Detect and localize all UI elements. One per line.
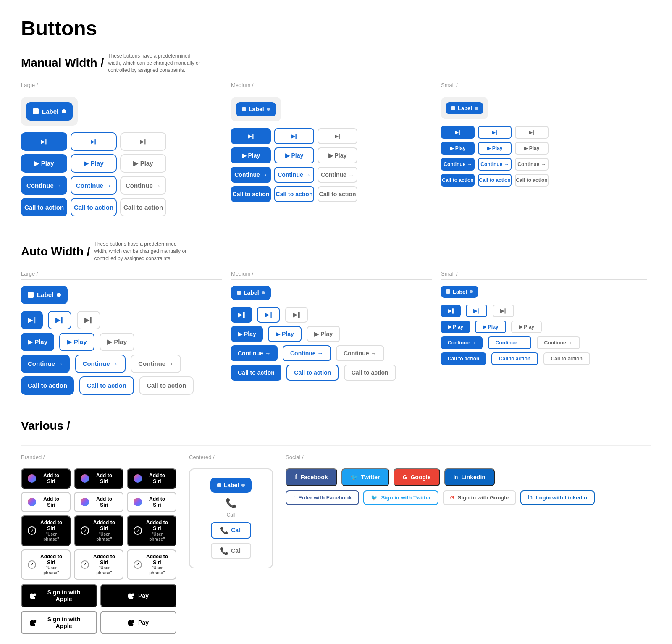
btn-linkedin-dark[interactable]: in Linkedin [444,468,495,486]
auto-btn-cta-ghost-md[interactable]: Call to action [344,365,396,381]
btn-cta-ghost-sm[interactable]: Call to action [515,174,549,187]
btn-cta-primary-lg[interactable]: Call to action [21,198,67,216]
auto-btn-continue-primary-lg[interactable]: Continue → [21,355,70,373]
auto-label-btn-sm[interactable]: Label [441,286,478,298]
centered-call-ghost[interactable]: 📞 Call [211,543,251,559]
btn-play-primary-lg[interactable]: ▶ Play [21,154,67,173]
auto-btn-pb-outline-md[interactable]: ▶∥ [257,307,280,323]
auto-btn-play-ghost-md[interactable]: ▶ Play [307,326,340,342]
auto-btn-play-outline-lg[interactable]: ▶ Play [59,333,94,351]
sign-in-apple-dark[interactable]: Sign in with Apple [21,584,97,607]
auto-btn-cta-ghost-sm[interactable]: Call to action [543,352,590,365]
auto-btn-play-primary-sm[interactable]: ▶ Play [441,321,470,333]
auto-btn-cta-primary-sm[interactable]: Call to action [441,352,486,365]
btn-continue-primary-md[interactable]: Continue → [231,167,271,183]
btn-playback-outline-sm[interactable]: ▶∥ [478,126,512,139]
centered-call-outline[interactable]: 📞 Call [211,522,251,539]
auto-btn-pb-outline-lg[interactable]: ▶∥ [48,311,71,329]
btn-playback-ghost-lg[interactable]: ▶∥ [120,132,166,151]
auto-btn-play-ghost-sm[interactable]: ▶ Play [511,321,542,333]
auto-btn-pb-outline-sm[interactable]: ▶∥ [466,305,487,317]
auto-btn-play-ghost-lg[interactable]: ▶ Play [100,333,134,351]
auto-btn-pb-primary-md[interactable]: ▶∥ [231,307,252,323]
btn-continue-primary-sm[interactable]: Continue → [441,158,475,171]
auto-btn-continue-ghost-lg[interactable]: Continue → [131,355,181,373]
added-siri-white-1[interactable]: ✓ Added to Siri "User phrase" [21,549,71,580]
btn-facebook-outline[interactable]: f Enter with Facebook [286,490,359,505]
btn-cta-outline-sm[interactable]: Call to action [478,174,512,187]
btn-play-primary-sm[interactable]: ▶ Play [441,142,475,155]
btn-play-ghost-sm[interactable]: ▶ Play [515,142,549,155]
auto-btn-continue-outline-sm[interactable]: Continue → [488,336,531,349]
auto-btn-pb-ghost-md[interactable]: ▶∥ [285,307,308,323]
auto-btn-cta-outline-lg[interactable]: Call to action [79,376,134,395]
auto-btn-pb-primary-sm[interactable]: ▶∥ [441,305,461,317]
add-siri-dark-2[interactable]: Add to Siri [74,468,123,489]
auto-btn-cta-outline-md[interactable]: Call to action [286,365,339,381]
btn-cta-primary-md[interactable]: Call to action [231,186,271,202]
btn-play-primary-md[interactable]: ▶ Play [231,147,271,163]
auto-btn-cta-primary-md[interactable]: Call to action [231,365,281,381]
added-siri-white-3[interactable]: ✓ Added to Siri "User phrase" [127,549,176,580]
btn-twitter-outline[interactable]: 🐦 Sign in with Twitter [363,490,438,505]
auto-label-btn-lg[interactable]: Label [21,286,68,304]
auto-btn-continue-primary-sm[interactable]: Continue → [441,336,483,349]
btn-playback-outline-lg[interactable]: ▶∥ [71,132,117,151]
btn-cta-outline-md[interactable]: Call to action [274,186,314,202]
added-siri-dark-3[interactable]: ✓ Added to Siri "User phrase" [127,515,176,546]
added-siri-dark-1[interactable]: ✓ Added to Siri "User phrase" [21,515,71,546]
add-siri-white-2[interactable]: Add to Siri [74,492,123,512]
btn-play-outline-md[interactable]: ▶ Play [274,147,314,163]
btn-playback-primary-lg[interactable]: ▶∥ [21,132,67,151]
auto-btn-continue-ghost-sm[interactable]: Continue → [537,336,580,349]
btn-google-dark[interactable]: G Google [394,468,440,486]
btn-twitter-dark[interactable]: 🐦 Twitter [341,468,389,486]
add-siri-white-1[interactable]: Add to Siri [21,492,71,512]
btn-continue-outline-sm[interactable]: Continue → [478,158,512,171]
auto-btn-cta-outline-sm[interactable]: Call to action [491,352,538,365]
auto-btn-play-primary-lg[interactable]: ▶ Play [21,333,54,351]
sign-in-apple-white[interactable]: Sign in with Apple [21,611,97,634]
add-siri-white-3[interactable]: Add to Siri [127,492,176,512]
auto-btn-pb-ghost-lg[interactable]: ▶∥ [77,311,100,329]
auto-btn-continue-outline-lg[interactable]: Continue → [75,355,126,373]
auto-btn-continue-primary-md[interactable]: Continue → [231,345,278,361]
btn-play-ghost-md[interactable]: ▶ Play [318,147,357,163]
btn-continue-ghost-md[interactable]: Continue → [318,167,357,183]
btn-continue-ghost-lg[interactable]: Continue → [120,176,166,195]
btn-cta-primary-sm[interactable]: Call to action [441,174,475,187]
btn-cta-ghost-lg[interactable]: Call to action [120,198,166,216]
btn-play-ghost-lg[interactable]: ▶ Play [120,154,166,173]
btn-google-outline[interactable]: G Sign in with Google [443,490,516,505]
apple-pay-dark[interactable]: Pay [100,584,176,607]
btn-playback-ghost-sm[interactable]: ▶∥ [515,126,549,139]
btn-playback-primary-sm[interactable]: ▶∥ [441,126,475,139]
btn-playback-ghost-md[interactable]: ▶∥ [318,128,357,144]
auto-btn-play-primary-md[interactable]: ▶ Play [231,326,263,342]
btn-facebook-dark[interactable]: f Facebook [286,468,337,486]
centered-label-btn[interactable]: Label [210,478,252,493]
added-siri-white-2[interactable]: ✓ Added to Siri "User phrase" [74,549,123,580]
auto-btn-play-outline-md[interactable]: ▶ Play [268,326,302,342]
add-siri-dark-3[interactable]: Add to Siri [127,468,176,489]
btn-play-outline-sm[interactable]: ▶ Play [478,142,512,155]
auto-btn-pb-ghost-sm[interactable]: ▶∥ [493,305,514,317]
btn-playback-outline-md[interactable]: ▶∥ [274,128,314,144]
added-siri-dark-2[interactable]: ✓ Added to Siri "User phrase" [74,515,123,546]
auto-btn-pb-primary-lg[interactable]: ▶∥ [21,311,43,329]
btn-playback-primary-md[interactable]: ▶∥ [231,128,271,144]
label-btn-sm[interactable]: Label [446,102,483,114]
auto-label-btn-md[interactable]: Label [231,286,271,300]
add-siri-dark-1[interactable]: Add to Siri [21,468,71,489]
btn-continue-outline-lg[interactable]: Continue → [71,176,117,195]
btn-cta-outline-lg[interactable]: Call to action [71,198,117,216]
label-btn-lg[interactable]: Label [26,102,73,121]
btn-cta-ghost-md[interactable]: Call to action [318,186,357,202]
auto-btn-cta-ghost-lg[interactable]: Call to action [139,376,194,395]
auto-btn-cta-primary-lg[interactable]: Call to action [21,376,74,395]
auto-btn-continue-outline-md[interactable]: Continue → [283,345,331,361]
auto-btn-continue-ghost-md[interactable]: Continue → [336,345,384,361]
btn-linkedin-outline[interactable]: in Login with Linkedin [520,490,595,505]
btn-continue-ghost-sm[interactable]: Continue → [515,158,549,171]
btn-continue-primary-lg[interactable]: Continue → [21,176,67,195]
